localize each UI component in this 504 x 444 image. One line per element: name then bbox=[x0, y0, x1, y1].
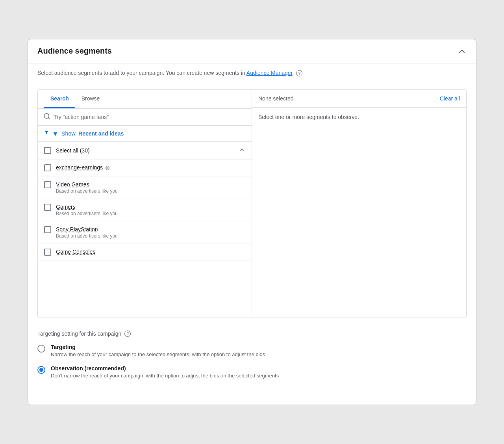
collapse-list-icon[interactable] bbox=[239, 147, 245, 154]
tab-browse[interactable]: Browse bbox=[75, 90, 106, 108]
search-icon bbox=[43, 113, 50, 121]
filter-label: Show: Recent and ideas bbox=[61, 130, 124, 137]
segment-checkbox[interactable] bbox=[44, 204, 51, 211]
left-panel: Search Browse bbox=[38, 90, 252, 318]
list-item[interactable]: Gamers Based on advertisers like you bbox=[38, 199, 252, 221]
segment-subtitle: Based on advertisers like you bbox=[56, 233, 118, 239]
targeting-radio[interactable] bbox=[37, 345, 45, 353]
segment-name: Gamers bbox=[56, 204, 118, 210]
observation-content: Observation (recommended) Don't narrow t… bbox=[51, 365, 279, 379]
right-panel: None selected Clear all Select one or mo… bbox=[252, 90, 466, 318]
empty-state-message: Select one or more segments to observe. bbox=[258, 114, 359, 120]
segment-panels: Search Browse bbox=[37, 89, 467, 318]
targeting-section-label: Targeting setting for this campaign bbox=[37, 331, 121, 337]
targeting-title: Targeting bbox=[51, 344, 265, 350]
segment-checkbox[interactable] bbox=[44, 226, 51, 233]
clock-icon: ◍ bbox=[105, 164, 110, 171]
segment-name: Sony PlayStation bbox=[56, 226, 118, 232]
audience-manager-link[interactable]: Audience Manager bbox=[246, 70, 293, 76]
observation-description: Don't narrow the reach of your campaign,… bbox=[51, 373, 279, 379]
targeting-help-icon[interactable]: ? bbox=[124, 331, 131, 337]
clear-all-button[interactable]: Clear all bbox=[440, 95, 460, 102]
segment-info: exchange-earnings ◍ bbox=[56, 164, 110, 171]
none-selected-label: None selected bbox=[258, 95, 294, 102]
search-row bbox=[38, 109, 252, 126]
tab-search[interactable]: Search bbox=[44, 90, 75, 108]
segment-subtitle: Based on advertisers like you bbox=[56, 211, 118, 216]
collapse-icon[interactable] bbox=[457, 46, 467, 56]
segment-info: Gamers Based on advertisers like you bbox=[56, 204, 118, 216]
targeting-option[interactable]: Targeting Narrow the reach of your campa… bbox=[37, 344, 467, 357]
panel-title: Audience segments bbox=[37, 46, 112, 56]
filter-bold: Recent and ideas bbox=[78, 130, 124, 137]
segment-name: Game Consoles bbox=[56, 249, 95, 255]
right-panel-header: None selected Clear all bbox=[252, 90, 466, 108]
filter-prefix: Show: bbox=[61, 130, 78, 137]
svg-line-1 bbox=[48, 118, 49, 119]
targeting-description: Narrow the reach of your campaign to the… bbox=[51, 351, 265, 357]
observation-option[interactable]: Observation (recommended) Don't narrow t… bbox=[37, 365, 467, 379]
select-all-checkbox[interactable] bbox=[44, 147, 51, 154]
segment-info: Sony PlayStation Based on advertisers li… bbox=[56, 226, 118, 239]
targeting-label-row: Targeting setting for this campaign ? bbox=[37, 331, 467, 337]
list-item[interactable]: Video Games Based on advertisers like yo… bbox=[38, 176, 252, 199]
help-icon[interactable]: ? bbox=[296, 70, 302, 76]
audience-segments-panel: Audience segments Select audience segmen… bbox=[28, 39, 476, 405]
observation-title: Observation (recommended) bbox=[51, 365, 279, 372]
list-item[interactable]: Sony PlayStation Based on advertisers li… bbox=[38, 221, 252, 244]
select-all-label: Select all (30) bbox=[56, 147, 90, 154]
list-item[interactable]: exchange-earnings ◍ bbox=[38, 160, 252, 176]
radio-selected-dot bbox=[39, 368, 43, 372]
segment-name: exchange-earnings bbox=[56, 164, 103, 171]
description-bar: Select audience segments to add to your … bbox=[28, 63, 476, 83]
segment-name-row: exchange-earnings ◍ bbox=[56, 164, 110, 171]
select-all-row: Select all (30) bbox=[38, 142, 252, 160]
segment-subtitle: Based on advertisers like you bbox=[56, 188, 118, 194]
targeting-section: Targeting setting for this campaign ? Ta… bbox=[28, 324, 476, 393]
segment-checkbox[interactable] bbox=[44, 164, 51, 171]
list-item[interactable]: Game Consoles bbox=[38, 244, 252, 261]
description-text-before: Select audience segments to add to your … bbox=[37, 70, 246, 76]
targeting-content: Targeting Narrow the reach of your campa… bbox=[51, 344, 265, 357]
tabs-row: Search Browse bbox=[38, 90, 252, 109]
filter-icon: ▼ bbox=[44, 130, 58, 137]
panel-header: Audience segments bbox=[28, 39, 476, 63]
segment-name: Video Games bbox=[56, 181, 118, 188]
segment-info: Game Consoles bbox=[56, 249, 95, 255]
search-input[interactable] bbox=[54, 114, 246, 120]
segment-list: Select all (30) exchange-earnings bbox=[38, 142, 252, 318]
right-panel-body: Select one or more segments to observe. bbox=[252, 108, 466, 126]
select-all-left: Select all (30) bbox=[44, 147, 90, 154]
filter-row[interactable]: ▼ Show: Recent and ideas bbox=[38, 126, 252, 142]
observation-radio[interactable] bbox=[37, 366, 45, 374]
description-text-after: . bbox=[293, 70, 294, 76]
segment-info: Video Games Based on advertisers like yo… bbox=[56, 181, 118, 194]
segment-checkbox[interactable] bbox=[44, 181, 51, 188]
segment-checkbox[interactable] bbox=[44, 249, 51, 256]
